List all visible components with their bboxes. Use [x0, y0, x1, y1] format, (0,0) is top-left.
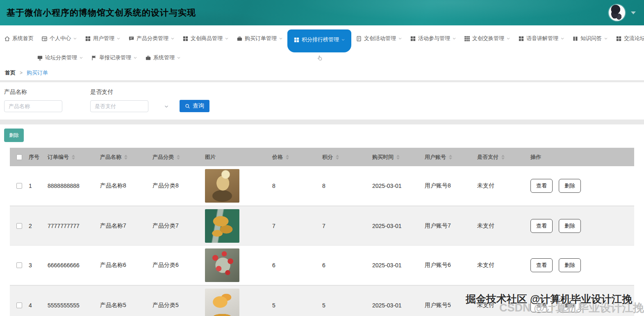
- view-button[interactable]: 查看: [530, 298, 553, 312]
- column-header-price[interactable]: 价格: [268, 153, 318, 161]
- breadcrumb-home-link[interactable]: 首页: [5, 69, 16, 77]
- nav-item-label: 文创交换管理: [472, 35, 504, 42]
- column-header-paid-status[interactable]: 是否支付: [473, 153, 526, 161]
- product-name-input[interactable]: [4, 100, 62, 112]
- sort-icon[interactable]: [449, 155, 452, 160]
- row-checkbox[interactable]: [16, 223, 22, 229]
- nav-item-label: 活动参与管理: [418, 35, 450, 42]
- chevron-down-icon: [279, 36, 283, 41]
- select-chevron-down-icon[interactable]: [164, 104, 169, 109]
- book-icon: [572, 36, 578, 42]
- nav-item-system-home[interactable]: 系统首页: [3, 33, 34, 44]
- nav-item-knowledge-qa[interactable]: 知识问答: [571, 33, 609, 44]
- delete-button[interactable]: 删除: [559, 298, 581, 312]
- cell-user-account: 用户账号8: [421, 182, 473, 190]
- cell-paid-status: 未支付: [473, 222, 526, 230]
- product-image[interactable]: [205, 169, 239, 203]
- nav-item-label: 语音讲解管理: [526, 35, 558, 42]
- column-header-points[interactable]: 积分: [318, 153, 368, 161]
- cell-paid-status: 未支付: [473, 182, 526, 190]
- bulk-delete-button[interactable]: 删除: [4, 129, 24, 142]
- cell-user-account: 用户账号5: [421, 302, 473, 309]
- nav-item-product-category-management[interactable]: 产品分类管理: [127, 33, 175, 44]
- nav-item-personal-center[interactable]: 个人中心: [41, 33, 78, 44]
- nav-item-cultural-exchange-management[interactable]: 文创交换管理: [463, 33, 511, 44]
- sort-icon[interactable]: [286, 155, 289, 160]
- user-avatar[interactable]: [609, 5, 625, 21]
- cell-index: 3: [25, 262, 43, 269]
- nav-item-points-ranking-management[interactable]: 积分排行榜管理: [287, 29, 351, 52]
- nav-item-label: 产品分类管理: [137, 35, 168, 42]
- search-icon: [185, 104, 190, 109]
- briefcase-icon: [145, 55, 151, 61]
- view-button[interactable]: 查看: [530, 258, 553, 272]
- nav-item-label: 积分排行榜管理: [302, 36, 339, 43]
- column-header-category[interactable]: 产品分类: [148, 153, 201, 161]
- product-image[interactable]: [205, 289, 239, 316]
- table-row: 4 5555555555 产品名称5 产品分类5 5 5 2025-03-01 …: [10, 285, 634, 316]
- sort-icon[interactable]: [124, 155, 127, 160]
- sort-icon[interactable]: [72, 155, 75, 160]
- select-all-checkbox[interactable]: [16, 154, 22, 160]
- nav-item-cultural-goods-management[interactable]: 文创商品管理: [182, 33, 230, 44]
- briefcase-icon: [237, 36, 243, 42]
- product-name-label: 产品名称: [4, 88, 62, 96]
- grid-icon: [410, 36, 416, 42]
- nav-item-system-management[interactable]: 系统管理: [144, 52, 182, 63]
- sort-icon[interactable]: [177, 155, 180, 160]
- chevron-down-icon: [398, 36, 402, 41]
- view-button[interactable]: 查看: [530, 179, 553, 193]
- breadcrumb-current-link[interactable]: 购买订单: [27, 69, 48, 77]
- column-header-order-no[interactable]: 订单编号: [43, 153, 96, 161]
- home-icon: [4, 36, 10, 42]
- nav-item-forum-category-management[interactable]: 论坛分类管理: [36, 52, 84, 63]
- sort-icon[interactable]: [396, 155, 400, 160]
- table-row: 3 6666666666 产品名称6 产品分类6 6 6 2025-03-01 …: [10, 246, 634, 285]
- cell-price: 8: [268, 183, 318, 189]
- cell-price: 6: [268, 262, 318, 269]
- view-button[interactable]: 查看: [530, 219, 553, 233]
- nav-item-voice-guide-management[interactable]: 语音讲解管理: [517, 33, 565, 44]
- row-checkbox[interactable]: [16, 302, 22, 308]
- column-header-product-name[interactable]: 产品名称: [96, 153, 148, 161]
- sort-icon[interactable]: [501, 155, 505, 160]
- nav-item-activity-participation-management[interactable]: 活动参与管理: [409, 33, 457, 44]
- row-checkbox[interactable]: [16, 183, 22, 189]
- cell-order-no: 8888888888: [43, 183, 96, 189]
- product-image[interactable]: [205, 209, 239, 243]
- nav-item-report-record-management[interactable]: 举报记录管理: [90, 52, 138, 63]
- cell-user-account: 用户账号7: [421, 222, 473, 230]
- nav-item-cultural-activity-management[interactable]: 文创活动管理: [355, 33, 403, 44]
- nav-item-label: 用户管理: [93, 35, 114, 42]
- product-image[interactable]: [205, 248, 239, 282]
- column-header-purchase-date[interactable]: 购买时间: [368, 153, 421, 161]
- row-checkbox[interactable]: [16, 262, 22, 268]
- delete-button[interactable]: 删除: [559, 258, 581, 272]
- column-header-index: 序号: [25, 153, 43, 161]
- chevron-down-icon: [133, 56, 137, 60]
- grid-icon: [518, 36, 524, 42]
- chevron-down-icon: [506, 36, 510, 41]
- nav-item-forum[interactable]: 交流论坛: [615, 33, 644, 44]
- delete-button[interactable]: 删除: [559, 179, 581, 193]
- nav-item-label: 论坛分类管理: [45, 54, 77, 61]
- nav-item-user-management[interactable]: 用户管理: [84, 33, 121, 44]
- delete-button[interactable]: 删除: [559, 219, 581, 233]
- paid-status-select[interactable]: [90, 100, 148, 112]
- chevron-down-icon: [225, 36, 229, 41]
- column-header-user-account[interactable]: 用户账号: [421, 153, 473, 161]
- avatar-caret-down-icon[interactable]: [631, 11, 636, 14]
- cell-category: 产品分类6: [148, 262, 201, 269]
- cell-points: 7: [318, 223, 368, 229]
- sort-icon[interactable]: [336, 155, 339, 160]
- column-header-actions: 操作: [526, 153, 634, 161]
- hand-cursor-icon: [317, 55, 323, 61]
- cell-points: 8: [318, 183, 368, 189]
- nav-item-purchase-order-management[interactable]: 购买订单管理: [236, 33, 284, 44]
- cell-purchase-date: 2025-03-01: [368, 223, 421, 229]
- breadcrumb: 首页 > 购买订单: [0, 65, 644, 80]
- chat-icon: [128, 36, 134, 42]
- cell-index: 4: [25, 302, 43, 309]
- grid-icon: [616, 36, 622, 42]
- query-button[interactable]: 查询: [180, 100, 209, 112]
